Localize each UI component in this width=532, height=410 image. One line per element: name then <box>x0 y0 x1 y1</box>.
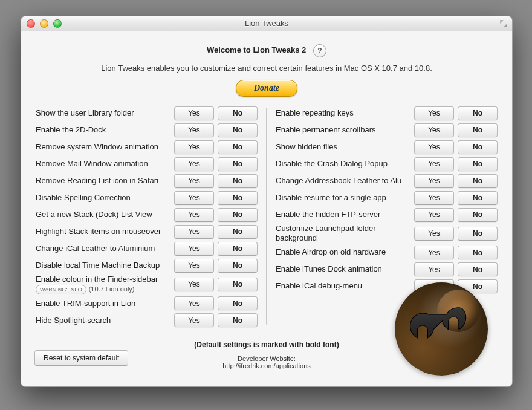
yes-button[interactable]: Yes <box>414 123 454 137</box>
no-button[interactable]: No <box>458 191 498 205</box>
option-label-text: Disable resume for a single app <box>276 193 386 202</box>
developer-label: Developer Website: <box>238 355 296 362</box>
help-icon[interactable]: ? <box>313 44 326 57</box>
no-button[interactable]: No <box>218 242 258 256</box>
option-row: Get a new Stack (Dock) List ViewYesNo <box>36 207 258 223</box>
option-row: Remove Mail Window animationYesNo <box>36 156 258 172</box>
option-label-text: Remove Reading List icon in Safari <box>36 176 158 185</box>
no-button[interactable]: No <box>218 106 258 120</box>
option-label-text: Remove system Window animation <box>36 142 158 151</box>
yes-button[interactable]: Yes <box>414 262 454 276</box>
option-label-text: Disable the Crash Dialog Popup <box>276 159 388 168</box>
yes-button[interactable]: Yes <box>174 106 214 120</box>
yes-button[interactable]: Yes <box>174 313 214 327</box>
option-label-text: Enable colour in the Finder-sidebar <box>36 275 158 284</box>
option-row: Change iCal Leather to AluminiumYesNo <box>36 241 258 256</box>
no-button[interactable]: No <box>218 191 258 205</box>
no-button[interactable]: No <box>218 123 258 137</box>
no-button[interactable]: No <box>458 227 498 241</box>
option-row: Disable local Time Machine BackupYesNo <box>36 258 258 273</box>
donate-button[interactable]: Donate <box>236 80 297 97</box>
option-row: Enable Airdrop on old hardwareYesNo <box>276 245 498 261</box>
option-label-text: Enable the 2D-Dock <box>36 125 106 134</box>
yes-button[interactable]: Yes <box>414 191 454 205</box>
yes-button[interactable]: Yes <box>174 259 214 273</box>
option-label-text: Customize Launchpad folder background <box>276 224 376 242</box>
no-button[interactable]: No <box>458 208 498 222</box>
fullscreen-icon[interactable] <box>500 20 507 27</box>
no-button[interactable]: No <box>458 140 498 154</box>
yes-button[interactable]: Yes <box>174 123 214 137</box>
no-button[interactable]: No <box>218 296 258 310</box>
yes-button[interactable]: Yes <box>174 225 214 239</box>
option-label-text: Disable local Time Machine Backup <box>36 261 160 270</box>
no-button[interactable]: No <box>458 262 498 276</box>
yes-button[interactable]: Yes <box>174 191 214 205</box>
options-left-col: Show the user Library folderYesNoEnable … <box>36 105 266 330</box>
option-row: Show the user Library folderYesNo <box>36 105 258 121</box>
option-row: Enable colour in the Finder-sidebarWARNI… <box>36 275 258 294</box>
option-row: Remove system Window animationYesNo <box>36 139 258 155</box>
option-label-text: Change iCal Leather to Aluminium <box>36 244 155 253</box>
option-row: Enable TRIM-support in LionYesNo <box>36 296 258 311</box>
window: Lion Tweaks Welcome to Lion Tweaks 2 ? L… <box>21 16 513 387</box>
no-button[interactable]: No <box>458 246 498 259</box>
yes-button[interactable]: Yes <box>414 227 454 241</box>
option-row: Customize Launchpad folder backgroundYes… <box>276 224 498 244</box>
no-button[interactable]: No <box>218 174 258 188</box>
option-label: Enable repeating keys <box>276 108 414 118</box>
yes-button[interactable]: Yes <box>414 106 454 120</box>
option-label-text: Enable repeating keys <box>276 108 354 117</box>
option-label-text: Enable the hidden FTP-server <box>276 210 380 219</box>
option-label: Enable the hidden FTP-server <box>276 210 414 220</box>
no-button[interactable]: No <box>458 106 498 120</box>
no-button[interactable]: No <box>218 278 258 291</box>
option-label-text: Show hidden files <box>276 142 337 151</box>
yes-button[interactable]: Yes <box>414 157 454 171</box>
option-label: Disable resume for a single app <box>276 193 414 203</box>
option-row: Remove Reading List icon in SafariYesNo <box>36 173 258 189</box>
yes-button[interactable]: Yes <box>174 140 214 154</box>
option-row: Enable repeating keysYesNo <box>276 105 498 121</box>
no-button[interactable]: No <box>218 140 258 154</box>
option-label: Disable Spelling Correction <box>36 193 174 203</box>
option-label: Remove Reading List icon in Safari <box>36 176 174 186</box>
yes-button[interactable]: Yes <box>414 246 454 259</box>
no-button[interactable]: No <box>218 313 258 327</box>
option-label-text: Disable Spelling Correction <box>36 193 131 202</box>
option-row: Enable the hidden FTP-serverYesNo <box>276 207 498 223</box>
option-row: Enable the 2D-DockYesNo <box>36 122 258 138</box>
yes-button[interactable]: Yes <box>174 157 214 171</box>
yes-button[interactable]: Yes <box>174 208 214 222</box>
option-label: Remove Mail Window animation <box>36 159 174 169</box>
yes-button[interactable]: Yes <box>414 208 454 222</box>
no-button[interactable]: No <box>218 259 258 273</box>
no-button[interactable]: No <box>458 157 498 171</box>
yes-button[interactable]: Yes <box>174 296 214 310</box>
yes-button[interactable]: Yes <box>414 140 454 154</box>
option-label: Disable the Crash Dialog Popup <box>276 159 414 169</box>
option-label-text: Hide Spotlight-search <box>36 316 111 325</box>
no-button[interactable]: No <box>218 208 258 222</box>
titlebar: Lion Tweaks <box>21 16 512 31</box>
option-label: Hide Spotlight-search <box>36 316 174 325</box>
option-label-text: Enable iTunes Dock animation <box>276 264 382 273</box>
yes-button[interactable]: Yes <box>174 278 214 291</box>
yes-button[interactable]: Yes <box>414 174 454 188</box>
yes-button[interactable]: Yes <box>174 242 214 256</box>
no-button[interactable]: No <box>458 174 498 188</box>
warning-pill[interactable]: WARNING: INFO <box>36 285 86 294</box>
developer-url[interactable]: http://ifredrik.com/applications <box>222 362 311 369</box>
no-button[interactable]: No <box>218 157 258 171</box>
lion-badge-icon <box>395 282 488 376</box>
option-label: Remove system Window animation <box>36 142 174 152</box>
option-label-text: Enable iCal debug-menu <box>276 281 362 290</box>
option-label-text: Enable Airdrop on old hardware <box>276 247 386 256</box>
yes-button[interactable]: Yes <box>174 174 214 188</box>
option-row: Disable Spelling CorrectionYesNo <box>36 190 258 206</box>
no-button[interactable]: No <box>458 123 498 137</box>
option-row: Disable resume for a single appYesNo <box>276 190 498 206</box>
option-label: Enable Airdrop on old hardware <box>276 247 414 257</box>
no-button[interactable]: No <box>218 225 258 239</box>
option-row: Change Addressbook Leather to AluYesNo <box>276 173 498 189</box>
